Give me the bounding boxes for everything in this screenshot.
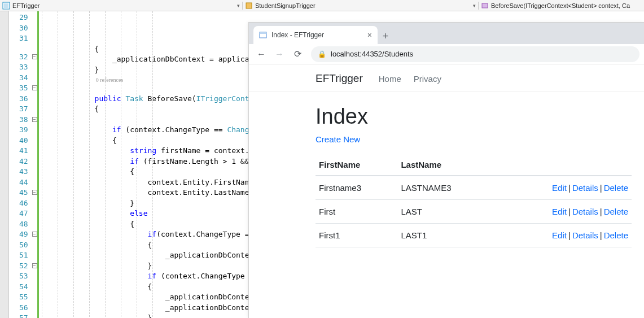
edit-link[interactable]: Edit — [552, 230, 567, 240]
browser-window: Index - EFTrigger × + ← → ⟳ 🔒 localhost:… — [248, 22, 644, 318]
nav-member-label: BeforeSave(ITriggerContext<Student> cont… — [491, 2, 630, 9]
address-bar[interactable]: 🔒 localhost:44352/Students — [311, 46, 639, 62]
svg-rect-1 — [4, 3, 8, 8]
svg-rect-3 — [482, 3, 488, 8]
line-number-gutter: 2930313233343536373839404142434445464748… — [9, 11, 32, 318]
details-link[interactable]: Details — [572, 230, 598, 240]
csharp-project-icon — [2, 2, 10, 10]
browser-tab[interactable]: Index - EFTrigger × — [253, 26, 378, 44]
svg-rect-2 — [246, 3, 252, 8]
details-link[interactable]: Details — [572, 183, 598, 193]
svg-rect-5 — [260, 32, 266, 34]
forward-button[interactable]: → — [271, 46, 287, 62]
tab-title: Index - EFTrigger — [271, 31, 324, 39]
collapse-toggle[interactable]: − — [32, 190, 37, 195]
outline-margin: −−−−−− — [32, 11, 40, 318]
lock-icon: 🔒 — [318, 50, 326, 58]
cell-firstname: First1 — [316, 224, 397, 247]
collapse-toggle[interactable]: − — [32, 232, 37, 237]
delete-link[interactable]: Delete — [604, 207, 628, 216]
cell-actions: Edit|Details|Delete — [493, 200, 632, 224]
students-table: FirstName LastName Firstname3LASTNAME3Ed… — [316, 154, 632, 247]
back-button[interactable]: ← — [253, 46, 269, 62]
chevron-down-icon: ▾ — [473, 3, 476, 8]
edit-link[interactable]: Edit — [552, 207, 567, 216]
table-row: First1LAST1Edit|Details|Delete — [316, 224, 632, 247]
cell-firstname: Firstname3 — [316, 176, 397, 200]
create-new-link[interactable]: Create New — [316, 134, 360, 144]
cell-lastname: LAST1 — [397, 224, 493, 247]
details-link[interactable]: Details — [572, 207, 598, 216]
close-icon[interactable]: × — [367, 31, 372, 40]
edit-link[interactable]: Edit — [552, 183, 567, 193]
url-text: localhost:44352/Students — [331, 50, 413, 58]
new-tab-button[interactable]: + — [378, 28, 393, 44]
col-lastname: LastName — [397, 154, 493, 176]
collapse-toggle[interactable]: − — [32, 263, 37, 268]
collapse-toggle[interactable]: − — [32, 117, 37, 122]
delete-link[interactable]: Delete — [604, 230, 628, 240]
change-marker — [37, 11, 39, 318]
nav-class-label: StudentSignupTrigger — [255, 2, 316, 9]
favicon-icon — [259, 31, 267, 39]
editor-scrollbar[interactable] — [0, 11, 9, 318]
browser-toolbar: ← → ⟳ 🔒 localhost:44352/Students — [249, 44, 644, 64]
page-content: EFTrigger Home Privacy Index Create New … — [249, 64, 644, 318]
cell-lastname: LASTNAME3 — [397, 176, 493, 200]
nav-link-home[interactable]: Home — [379, 74, 401, 84]
nav-namespace-dropdown[interactable]: EFTrigger ▾ — [0, 2, 243, 10]
table-row: Firstname3LASTNAME3Edit|Details|Delete — [316, 176, 632, 200]
method-icon — [481, 2, 489, 10]
collapse-toggle[interactable]: − — [32, 54, 37, 59]
chevron-down-icon: ▾ — [237, 3, 240, 8]
nav-namespace-label: EFTrigger — [12, 2, 40, 9]
cell-actions: Edit|Details|Delete — [493, 224, 632, 247]
col-actions — [493, 154, 632, 176]
reload-button[interactable]: ⟳ — [290, 46, 305, 62]
cell-lastname: LAST — [397, 200, 493, 224]
nav-member-dropdown[interactable]: BeforeSave(ITriggerContext<Student> cont… — [479, 2, 644, 10]
class-icon — [245, 2, 253, 10]
table-row: FirstLASTEdit|Details|Delete — [316, 200, 632, 224]
delete-link[interactable]: Delete — [604, 183, 628, 193]
nav-link-privacy[interactable]: Privacy — [414, 74, 441, 84]
cell-actions: Edit|Details|Delete — [493, 176, 632, 200]
site-navbar: EFTrigger Home Privacy — [249, 64, 644, 92]
collapse-toggle[interactable]: − — [32, 85, 37, 90]
page-title: Index — [316, 104, 644, 129]
browser-tabbar: Index - EFTrigger × + — [249, 23, 644, 44]
col-firstname: FirstName — [316, 154, 397, 176]
brand-label[interactable]: EFTrigger — [316, 72, 363, 85]
vs-nav-bar: EFTrigger ▾ StudentSignupTrigger ▾ Befor… — [0, 0, 644, 11]
cell-firstname: First — [316, 200, 397, 224]
nav-class-dropdown[interactable]: StudentSignupTrigger ▾ — [243, 2, 479, 10]
page-body: Index Create New FirstName LastName Firs… — [249, 92, 644, 247]
